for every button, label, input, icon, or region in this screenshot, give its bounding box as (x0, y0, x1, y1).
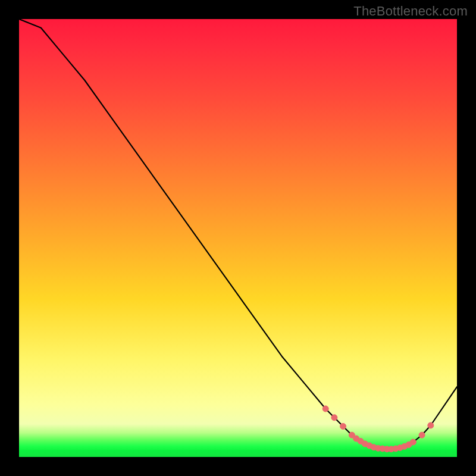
curve-marker (340, 424, 346, 430)
curve-marker (419, 432, 425, 438)
watermark-text: TheBottleneck.com (353, 4, 468, 19)
curve-marker (322, 406, 328, 412)
bottleneck-curve (19, 19, 457, 449)
chart-stage: TheBottleneck.com (0, 0, 476, 476)
curve-marker (331, 415, 337, 421)
curve-svg (19, 19, 457, 457)
curve-marker (410, 439, 416, 445)
curve-marker (428, 422, 434, 428)
plot-area (19, 19, 457, 457)
marker-group (322, 406, 434, 452)
